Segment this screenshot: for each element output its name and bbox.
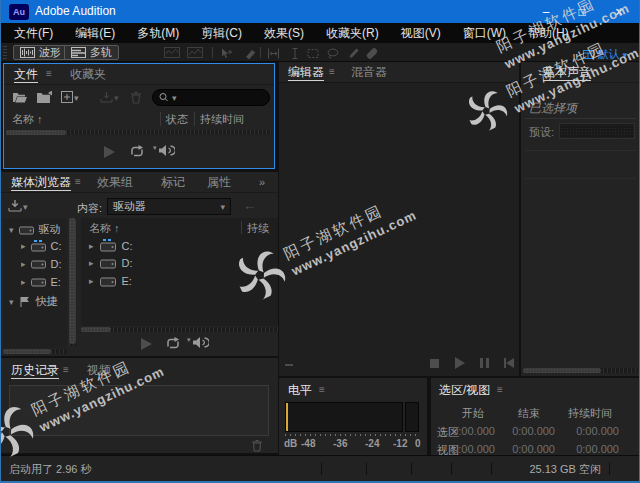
waveform-view-button[interactable]: 波形 (13, 45, 68, 60)
tab-editor[interactable]: 编辑器 (288, 62, 324, 81)
list-header-name[interactable]: 名称 ↑ (89, 221, 120, 236)
toolbar-grip[interactable] (3, 46, 7, 59)
media-tree-vscrollbar-thumb[interactable] (69, 218, 76, 344)
transport-play-button[interactable] (455, 357, 465, 369)
search-input[interactable]: ▾ (152, 89, 270, 106)
move-tool-icon[interactable] (219, 47, 233, 60)
media-tree-hscrollbar[interactable] (3, 349, 67, 354)
menu-clip[interactable]: 剪辑(C) (190, 23, 253, 43)
transport-stop-button[interactable] (430, 359, 439, 368)
back-arrow-icon[interactable]: ← (243, 198, 257, 212)
menu-view[interactable]: 视图(V) (390, 23, 452, 43)
razor-tool-icon[interactable] (244, 47, 258, 60)
media-loop-playback-button[interactable] (165, 337, 181, 350)
menu-favorites[interactable]: 收藏夹(R) (315, 23, 390, 43)
tab-effects-rack[interactable]: 效果组 (97, 172, 133, 192)
menu-file[interactable]: 文件(F) (3, 23, 64, 43)
ibeam-tool-icon[interactable] (289, 47, 301, 60)
tab-properties[interactable]: 属性 (207, 172, 231, 192)
files-hscrollbar-thumb[interactable] (6, 130, 66, 135)
close-button[interactable]: × (602, 0, 636, 23)
lasso-tool-icon[interactable] (326, 47, 340, 60)
history-delete-button[interactable] (251, 439, 263, 452)
media-tree-hscrollbar-thumb[interactable] (3, 349, 51, 354)
editor-hscrollbar-thumb[interactable] (285, 364, 293, 366)
panel-menu-icon[interactable]: ≡ (319, 380, 325, 400)
spot-healing-tool-icon[interactable] (365, 47, 379, 60)
media-import-button[interactable]: ▾ (8, 199, 28, 212)
multitrack-label: 多轨 (90, 45, 112, 60)
tree-item-drive-e[interactable]: ▸ E: (21, 276, 67, 288)
view-start-value[interactable]: 0:00.000 (451, 443, 495, 455)
column-header-status[interactable]: 状态 (166, 112, 188, 127)
media-play-button[interactable] (141, 338, 152, 350)
tab-mixer[interactable]: 混音器 (351, 62, 387, 82)
transport-skip-to-start-button[interactable] (504, 358, 514, 368)
media-list-hscrollbar[interactable] (81, 327, 278, 332)
media-tree-vscrollbar[interactable] (69, 218, 76, 346)
content-dropdown[interactable]: 驱动器 ▾ (107, 198, 231, 215)
selection-start-value[interactable]: 0:00.000 (451, 425, 495, 437)
tree-item-drives[interactable]: ▾ 驱动 (9, 222, 67, 237)
panel-menu-icon[interactable]: ≡ (75, 172, 81, 192)
new-item-button[interactable]: ▾ (61, 91, 79, 103)
media-list-hscrollbar-thumb[interactable] (81, 327, 111, 332)
tab-media-browser[interactable]: 媒体浏览器 (11, 172, 71, 191)
files-play-button[interactable] (104, 146, 115, 158)
list-item-drive-d[interactable]: ▸ D: (89, 257, 133, 269)
selection-end-value[interactable]: 0:00.000 (503, 425, 555, 437)
delete-button[interactable] (130, 91, 142, 104)
files-hscrollbar[interactable] (6, 130, 272, 135)
panel-menu-icon[interactable]: ≡ (63, 360, 69, 380)
tab-overflow-icon[interactable]: » (259, 172, 265, 192)
panel-menu-icon[interactable]: ≡ (329, 62, 335, 82)
essential-hscrollbar-thumb[interactable] (523, 368, 601, 373)
meter-clip-indicator[interactable] (405, 402, 419, 432)
tab-history[interactable]: 历史记录 (11, 360, 59, 379)
meter-scale-36: -36 (333, 438, 347, 449)
time-selection-tool-icon[interactable] (266, 47, 281, 60)
list-header-duration[interactable]: 持续 (247, 221, 269, 236)
tab-selection-view[interactable]: 选区/视图 (439, 380, 490, 399)
tab-files[interactable]: 文件 (14, 64, 38, 83)
tab-video[interactable]: 视频 (87, 360, 111, 380)
spectral-frequency-icon[interactable] (164, 47, 180, 58)
marquee-selection-tool-icon[interactable] (306, 47, 320, 60)
essential-hscrollbar[interactable] (523, 368, 638, 373)
preset-dropdown[interactable] (559, 123, 635, 139)
insert-into-multitrack-button[interactable]: ▾ (100, 91, 119, 103)
list-item-drive-e[interactable]: ▸ E: (89, 275, 132, 287)
tree-item-shortcuts[interactable]: ▾ 快捷 (9, 294, 67, 309)
files-loop-playback-button[interactable] (129, 145, 145, 158)
transport-pause-button[interactable] (480, 358, 489, 368)
import-file-button[interactable] (36, 91, 53, 103)
tab-levels[interactable]: 电平 (288, 380, 312, 399)
view-duration-value[interactable]: 0:00.000 (561, 443, 619, 455)
menu-help[interactable]: 帮助(H) (517, 23, 580, 43)
menu-effects[interactable]: 效果(S) (253, 23, 315, 43)
files-audition-speaker-button[interactable]: ▾ (153, 144, 175, 157)
tab-markers[interactable]: 标记 (161, 172, 185, 192)
list-item-drive-c[interactable]: ▸ C: (89, 239, 133, 252)
multitrack-view-button[interactable]: 多轨 (64, 45, 119, 60)
open-file-button[interactable] (12, 91, 28, 103)
tab-essential-sound[interactable]: 基本声音 (543, 62, 591, 81)
menu-multitrack[interactable]: 多轨(M) (126, 23, 190, 43)
minimize-button[interactable]: – (529, 0, 563, 23)
paintbrush-tool-icon[interactable] (346, 47, 360, 60)
column-header-duration[interactable]: 持续时间 (200, 112, 244, 127)
menu-edit[interactable]: 编辑(E) (64, 23, 126, 43)
workspace-switcher[interactable]: 默认 ▾ (583, 47, 627, 62)
tab-favorites[interactable]: 收藏夹 (70, 64, 106, 84)
panel-menu-icon[interactable]: ≡ (46, 64, 52, 84)
view-end-value[interactable]: 0:00.000 (503, 443, 555, 455)
menu-window[interactable]: 窗口(W) (452, 23, 517, 43)
tree-item-drive-c[interactable]: ▸ C: (21, 240, 67, 252)
media-audition-speaker-button[interactable]: ▾ (187, 336, 209, 349)
panel-menu-icon[interactable]: ≡ (497, 380, 503, 400)
tree-item-drive-d[interactable]: ▸ D: (21, 258, 67, 270)
column-header-name[interactable]: 名称 ↑ (12, 112, 43, 127)
maximize-button[interactable]: □ (565, 0, 599, 23)
selection-duration-value[interactable]: 0:00.000 (561, 425, 619, 437)
spectral-pitch-icon[interactable] (187, 47, 203, 58)
